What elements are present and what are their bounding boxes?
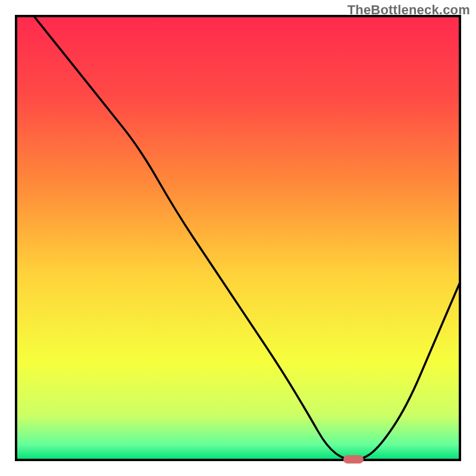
plot-background [16,16,460,460]
bottleneck-chart [0,0,476,476]
optimal-marker [343,455,364,464]
watermark-text: TheBottleneck.com [347,2,470,18]
chart-frame: TheBottleneck.com [0,0,476,476]
